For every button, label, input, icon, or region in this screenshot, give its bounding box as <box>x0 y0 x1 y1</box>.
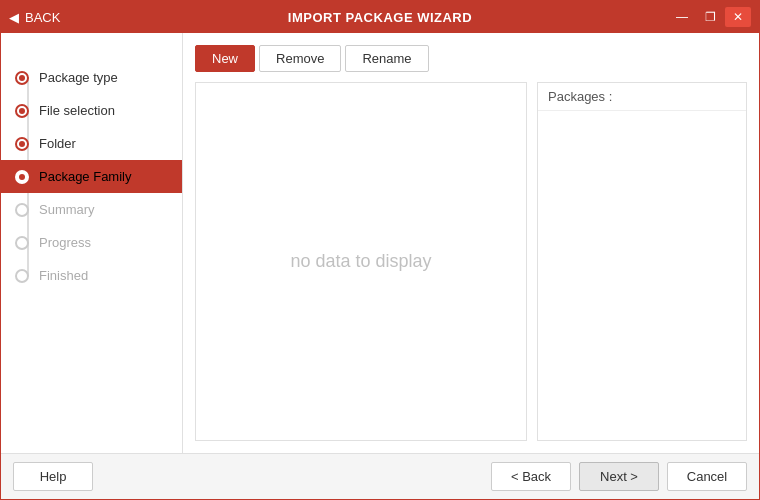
right-panel: Packages : <box>537 82 747 441</box>
step-dot-folder <box>15 137 29 151</box>
sidebar-item-progress[interactable]: Progress <box>1 226 182 259</box>
sidebar-item-finished[interactable]: Finished <box>1 259 182 292</box>
app-window: ◀ BACK IMPORT PACKAGE WIZARD — ❐ ✕ Packa… <box>0 0 760 500</box>
minimize-button[interactable]: — <box>669 7 695 27</box>
sidebar-item-package-type[interactable]: Package type <box>1 61 182 94</box>
step-dot-file-selection <box>15 104 29 118</box>
packages-header: Packages : <box>538 83 746 111</box>
step-label-file-selection: File selection <box>39 103 115 118</box>
rename-button[interactable]: Rename <box>345 45 428 72</box>
back-button[interactable]: ◀ BACK <box>9 10 60 25</box>
toolbar: New Remove Rename <box>195 45 747 72</box>
sidebar-item-file-selection[interactable]: File selection <box>1 94 182 127</box>
left-panel: no data to display <box>195 82 527 441</box>
sidebar-item-package-family[interactable]: Package Family <box>1 160 182 193</box>
step-label-package-family: Package Family <box>39 169 131 184</box>
step-dot-finished <box>15 269 29 283</box>
step-label-progress: Progress <box>39 235 91 250</box>
main-panel: New Remove Rename no data to display Pac… <box>183 33 759 453</box>
sidebar-item-summary[interactable]: Summary <box>1 193 182 226</box>
no-data-label: no data to display <box>290 251 431 272</box>
cancel-button[interactable]: Cancel <box>667 462 747 491</box>
new-button[interactable]: New <box>195 45 255 72</box>
next-button[interactable]: Next > <box>579 462 659 491</box>
window-controls: — ❐ ✕ <box>669 7 751 27</box>
step-dot-summary <box>15 203 29 217</box>
footer-right: < Back Next > Cancel <box>491 462 747 491</box>
help-button[interactable]: Help <box>13 462 93 491</box>
close-button[interactable]: ✕ <box>725 7 751 27</box>
back-nav-button[interactable]: < Back <box>491 462 571 491</box>
step-label-folder: Folder <box>39 136 76 151</box>
content-area: Package type File selection Folder Packa… <box>1 33 759 453</box>
footer-left: Help <box>13 462 93 491</box>
restore-button[interactable]: ❐ <box>697 7 723 27</box>
back-arrow-icon: ◀ <box>9 10 19 25</box>
step-label-finished: Finished <box>39 268 88 283</box>
window-title: IMPORT PACKAGE WIZARD <box>288 10 472 25</box>
step-dot-progress <box>15 236 29 250</box>
step-dot-package-type <box>15 71 29 85</box>
footer: Help < Back Next > Cancel <box>1 453 759 499</box>
steps-list: Package type File selection Folder Packa… <box>1 49 182 304</box>
step-label-package-type: Package type <box>39 70 118 85</box>
step-dot-package-family <box>15 170 29 184</box>
panels-row: no data to display Packages : <box>195 82 747 441</box>
remove-button[interactable]: Remove <box>259 45 341 72</box>
title-bar: ◀ BACK IMPORT PACKAGE WIZARD — ❐ ✕ <box>1 1 759 33</box>
back-label: BACK <box>25 10 60 25</box>
sidebar-item-folder[interactable]: Folder <box>1 127 182 160</box>
step-label-summary: Summary <box>39 202 95 217</box>
sidebar: Package type File selection Folder Packa… <box>1 33 183 453</box>
